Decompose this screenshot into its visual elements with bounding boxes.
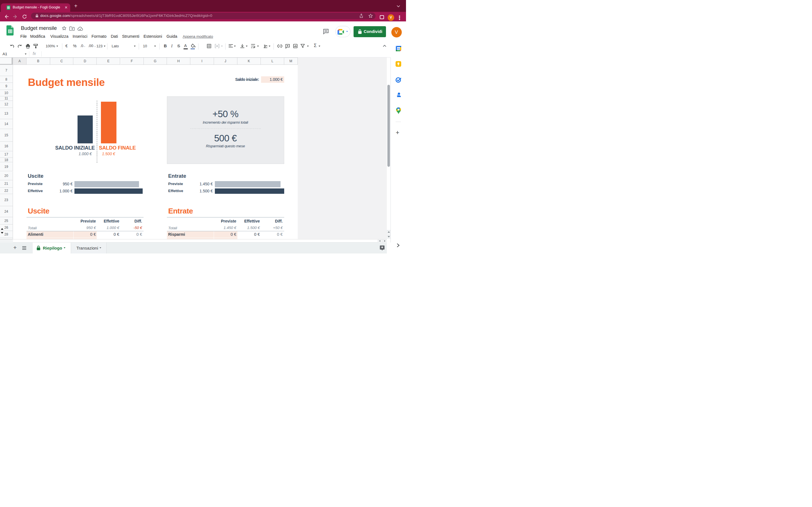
svg-text:31: 31 — [397, 47, 400, 50]
